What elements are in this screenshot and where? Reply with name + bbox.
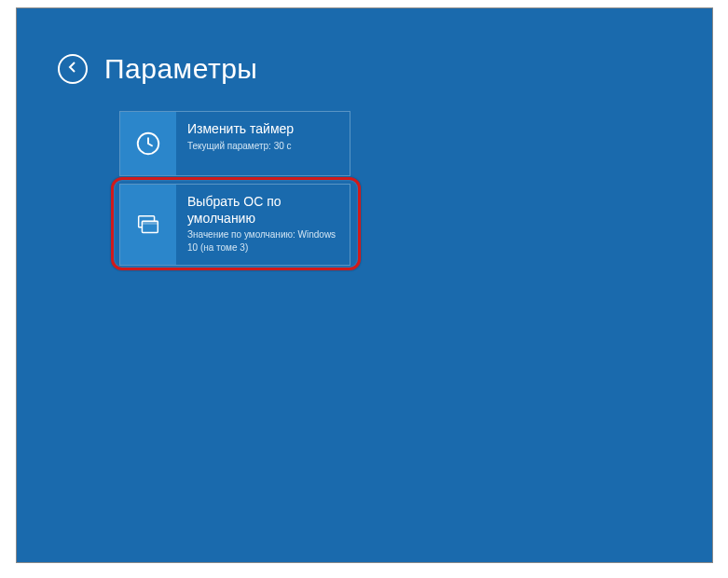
tile-title: Изменить таймер [187,121,294,138]
page-title: Параметры [104,53,257,85]
windows-icon [120,185,176,265]
tile-text: Выбрать ОС по умолчанию Значение по умол… [176,185,350,265]
svg-rect-3 [142,221,158,224]
tile-list: Изменить таймер Текущий параметр: 30 с В… [17,85,712,266]
header: Параметры [17,8,712,85]
clock-icon [120,112,176,175]
tile-default-os[interactable]: Выбрать ОС по умолчанию Значение по умол… [119,184,350,266]
back-arrow-icon [65,60,80,78]
back-button[interactable] [58,54,88,84]
tile-title: Выбрать ОС по умолчанию [187,194,340,227]
tile-subtitle: Текущий параметр: 30 с [187,140,294,153]
tile-text: Изменить таймер Текущий параметр: 30 с [176,112,303,175]
tile-subtitle: Значение по умолчанию: Windows 10 (на то… [187,228,340,254]
tile-change-timer[interactable]: Изменить таймер Текущий параметр: 30 с [119,111,350,176]
boot-options-screen: Параметры Изменить таймер Текущий параме… [16,7,713,563]
